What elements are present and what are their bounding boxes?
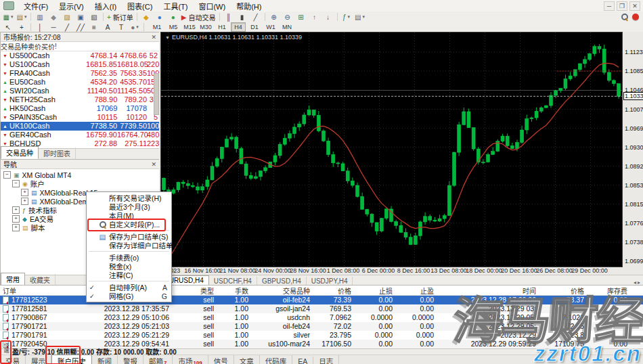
notification-icon[interactable] [632,14,639,20]
timeframe-d1[interactable]: D1 [247,22,262,32]
timeframe-w1[interactable]: W1 [263,22,278,32]
tree-expander-icon[interactable]: + [12,224,20,231]
context-menu-item-grid[interactable]: ✓网格(G)G [87,292,171,300]
menu-item-view[interactable]: 显示(V) [53,0,89,12]
menu-item-tools[interactable]: 工具(T) [158,0,193,12]
new-order-button[interactable]: +新订单 [106,12,134,22]
metaeditor-icon[interactable]: ◆ [140,12,152,22]
zoom-out-icon[interactable]: ⊖ [282,12,294,22]
tree-expander-icon[interactable]: + [21,189,28,196]
price-axis: 1.112351.108501.104601.100751.096901.093… [623,32,643,266]
market-watch-row[interactable]: ▲SWI20Cash11140.5011145.50500 [1,87,159,95]
minimize-icon[interactable]: ─ [604,1,615,11]
hline-icon[interactable]: ─ [47,22,60,32]
menu-item-file[interactable]: 文件(F) [18,0,53,12]
menu-item-window[interactable]: 窗口(W) [193,0,231,12]
terminal-tab-articles[interactable]: 文章 [234,355,260,364]
close-icon[interactable]: ✕ [629,1,640,11]
tree-expander-icon[interactable]: − [12,180,20,187]
crosshair-icon[interactable]: + [16,22,28,32]
tree-expander-icon[interactable]: − [3,171,11,179]
cursor-icon[interactable]: ↖ [2,22,14,32]
terminal-tab-signals[interactable]: 信号 [208,355,234,364]
label-icon[interactable]: T [115,22,127,32]
market-watch-row[interactable]: ▲EU50Cash4534.204535.70150 [1,78,159,87]
market-watch-row[interactable]: ▼NETH25Cash788.90789.2030 [1,95,159,104]
tree-expander-icon[interactable]: + [21,198,28,205]
timeframe-h1[interactable]: H1 [215,22,229,32]
zoom-in-icon[interactable]: ⊕ [268,12,280,22]
timeframe-mn[interactable]: MN [280,22,294,32]
periods-icon[interactable]: ▤▾ [354,12,366,22]
search-icon[interactable] [621,14,628,20]
market-watch-scrollbar[interactable] [154,73,159,115]
autotrading-button[interactable]: ▶自动交易 [181,12,217,22]
text-icon[interactable]: A [102,22,114,32]
chart-tab-usdjpy[interactable]: USDJPY,H4 [307,277,353,285]
bid-cell: 7562.35 [74,69,118,78]
terminal-tab-market[interactable]: 市场109 [173,355,208,364]
fibonacci-icon[interactable]: ≡ [88,22,100,32]
terminal-tab-news[interactable]: 新闻 [92,355,118,364]
chart-tab-gbpusd[interactable]: GBPUSD,H4 [257,277,307,285]
timeframe-h4[interactable]: H4 [231,22,246,32]
timeframe-m1[interactable]: M1 [150,22,164,32]
market-watch-row[interactable]: ▼US100Cash16815.8516818.05220 [1,60,159,69]
chart-plot[interactable]: ▼EURUSD,H4 1.10631 1.10631 1.10331 1.103… [160,32,623,267]
new-chart-icon[interactable]: ▦▾ [2,12,14,22]
timeframe-m30[interactable]: M30 [198,22,213,32]
scroll-right-icon[interactable]: ▸ [638,279,640,285]
terminal-tab-experts[interactable]: EA [292,357,313,364]
indicators-icon[interactable]: ƒ▾ [340,12,353,22]
context-menu-item-comments[interactable]: 注释(C) [87,271,171,279]
strategy-tester-icon[interactable]: ▧ [88,12,100,22]
data-window-icon[interactable]: ◆ [47,12,60,22]
shapes-icon[interactable]: ●▾ [129,22,141,32]
tree-expander-icon[interactable]: + [12,206,20,214]
market-watch-row[interactable]: ▲UK100Cash7738.507739.50100 [1,122,159,131]
market-watch-row[interactable]: ▼SPAIN35Cash10115101205 [1,113,159,122]
market-watch-row[interactable]: ▲HK50Cash17069170789 [1,104,159,113]
arrange-asc-icon[interactable]: ↑ [309,12,321,22]
line-chart-icon[interactable]: ╱ [250,12,262,22]
candlestick-icon[interactable]: ▮ [236,12,248,22]
channel-icon[interactable]: ╱╱ [74,22,87,32]
arrange-desc-icon[interactable]: ↓ [322,12,334,22]
menu-item-insert[interactable]: 插入(I) [89,0,122,12]
market-watch-tab[interactable]: 即时图表 [39,147,76,159]
close-icon[interactable]: ✕ [151,161,156,168]
timeframe-m5[interactable]: M5 [166,22,181,32]
navigator-tab[interactable]: 常用 [1,273,25,286]
menu-item-help[interactable]: 帮助(H) [231,0,267,12]
terminal-tab-journal[interactable]: 日志 [313,355,339,364]
terminal-tab-code-base[interactable]: 代码库 [260,355,293,364]
tree-expander-icon[interactable]: + [12,215,20,223]
menu-item-charts[interactable]: 图表(C) [122,0,158,12]
market-watch-row[interactable]: ▼GER40Cash16759.9016764.70480 [1,131,159,139]
terminal-icon[interactable]: ▣ [74,12,87,22]
community-icon[interactable]: ● [154,12,166,22]
market-watch-icon[interactable]: ▥ [34,12,46,22]
toolbar-separator [30,23,31,31]
navigator-icon[interactable]: ▨ [61,12,73,22]
tree-item-server[interactable]: −▣XM Global MT4 [1,170,159,179]
trendline-icon[interactable]: ╱ [61,22,73,32]
chart-tab-usdchf[interactable]: USDCHF,H4 [209,277,257,285]
terminal-tab-alerts[interactable]: 警报 [118,355,143,364]
restore-icon[interactable]: ❐ [617,1,627,11]
terminal-tab-mailbox[interactable]: 邮箱7 [143,355,173,364]
web-icon[interactable]: ● [167,12,179,22]
market-watch-row[interactable]: ▼BCHUSD272.88275.11223 [1,139,159,148]
market-watch-row[interactable]: ▼US500Cash4768.144768.6652 [1,51,159,60]
tile-windows-icon[interactable]: ⊞ [295,12,307,22]
navigator-tab[interactable]: 收藏夹 [25,274,56,286]
scroll-left-icon[interactable]: ◂ [634,279,636,285]
market-watch-row[interactable]: ▼FRA40Cash7562.357563.35100 [1,69,159,78]
context-menu-item-save-detailed-report[interactable]: 保存为详细户口结单(D) [87,241,171,250]
tree-item-accounts[interactable]: −◉账户 [1,179,159,188]
timeframe-m15[interactable]: M15 [182,22,197,32]
close-icon[interactable]: ✕ [151,34,156,41]
profiles-icon[interactable]: ▤▾ [16,12,28,22]
bar-chart-icon[interactable]: ║ [223,12,235,22]
vline-icon[interactable]: │ [34,22,46,32]
